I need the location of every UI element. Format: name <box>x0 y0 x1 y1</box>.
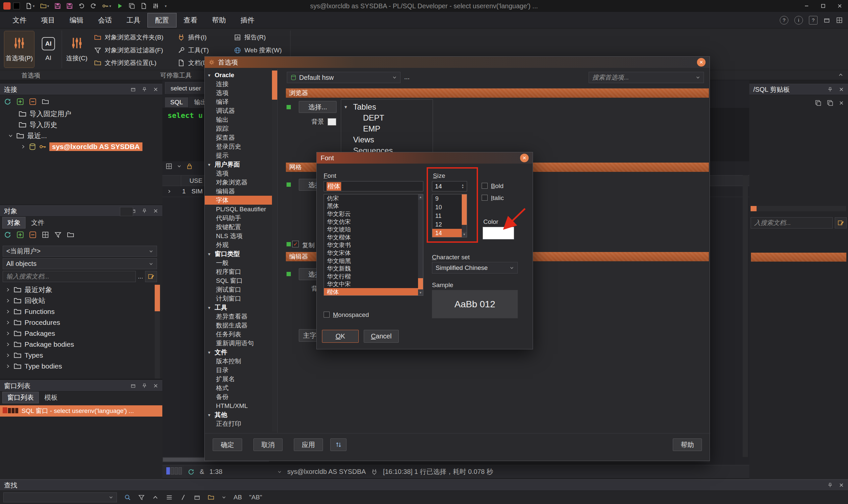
chevron-right-icon[interactable] <box>5 342 11 347</box>
copy-all-icon[interactable] <box>827 100 833 106</box>
menu-item[interactable]: 插件 <box>233 13 262 27</box>
cancel-button[interactable]: 取消 <box>253 438 283 451</box>
help-button[interactable]: 帮助 <box>673 438 702 451</box>
tree-item[interactable]: Functions <box>0 306 154 317</box>
pin-panel-icon[interactable] <box>142 383 147 389</box>
quick-filter-box[interactable] <box>120 207 133 216</box>
font-list-item[interactable]: 华文宋体 <box>324 249 423 257</box>
close-panel-icon[interactable] <box>153 208 158 214</box>
font-name-input[interactable]: 楷体 <box>324 181 423 192</box>
scrollbar-thumb[interactable] <box>155 285 160 311</box>
scroll-up-button[interactable]: ▲ <box>418 194 423 200</box>
chevron-right-icon[interactable] <box>5 364 11 369</box>
slash-icon[interactable] <box>180 494 187 501</box>
apply-button[interactable]: 应用 <box>294 438 323 451</box>
tree-item[interactable]: Procedures <box>0 317 154 328</box>
browser-font-select-button[interactable]: 选择... <box>299 101 337 113</box>
font-list-item[interactable]: 华文楷体 <box>324 233 423 241</box>
menu-item[interactable]: 会话 <box>91 13 119 27</box>
find-icon[interactable] <box>124 494 131 501</box>
ribbon-tools-button[interactable]: 工具(T) <box>176 45 211 56</box>
copy-to-clipboard-checkbox[interactable] <box>292 241 299 247</box>
add-icon[interactable] <box>17 231 24 238</box>
tree-item[interactable]: Type bodies <box>0 361 154 372</box>
list-icon[interactable] <box>166 494 173 501</box>
prefs-tree-item[interactable]: 计划窗口 <box>205 294 272 303</box>
save-all-button[interactable] <box>64 1 75 11</box>
prefs-tree-item[interactable]: 测试窗口 <box>205 285 272 294</box>
prefs-tree-item[interactable]: 选项 <box>205 169 272 178</box>
prefs-tree-item[interactable]: 格式 <box>205 383 272 392</box>
chevron-right-icon[interactable] <box>5 320 11 325</box>
close-panel-icon[interactable] <box>153 383 158 389</box>
prefs-tree-item[interactable]: 文件 <box>205 348 272 357</box>
menu-item[interactable]: 查看 <box>176 13 205 27</box>
prefs-tree-item[interactable]: 数据生成器 <box>205 321 272 330</box>
tab-files[interactable]: 文件 <box>26 217 49 228</box>
scroll-down-button[interactable]: ▼ <box>418 290 423 295</box>
pin-panel-icon[interactable] <box>828 87 833 92</box>
float-panel-icon[interactable] <box>130 87 136 92</box>
match-case-toggle[interactable]: AB <box>233 494 242 501</box>
ribbon-web-search-button[interactable]: Web 搜索(W) <box>232 45 284 56</box>
clear-icon[interactable] <box>839 100 844 106</box>
prefs-tree-item[interactable]: 窗口类型 <box>205 249 272 258</box>
maximize-button[interactable] <box>815 0 831 12</box>
tree-item[interactable]: Types <box>0 350 154 361</box>
prefs-tree-item[interactable]: 外观 <box>205 240 272 249</box>
cancel-button[interactable]: Cancel <box>364 330 399 343</box>
prefs-tree-item[interactable]: 字体 <box>205 196 272 205</box>
chevron-right-icon[interactable] <box>5 353 11 358</box>
prefs-tree-item[interactable]: 差异查看器 <box>205 312 272 321</box>
close-dialog-button[interactable]: × <box>697 58 706 67</box>
scrollbar-thumb[interactable] <box>418 278 423 289</box>
prefs-tree-item[interactable]: Oracle <box>205 71 272 79</box>
chevron-down-icon[interactable] <box>8 133 13 139</box>
tree-item[interactable]: 最近对象 <box>0 284 154 295</box>
edit-search-button[interactable] <box>835 217 847 229</box>
prefs-tree-item[interactable]: 备份 <box>205 392 272 401</box>
objects-search-input[interactable] <box>3 271 136 282</box>
prefs-tree-item[interactable]: 登录历史 <box>205 142 272 151</box>
refresh-icon[interactable] <box>4 98 11 105</box>
close-panel-icon[interactable] <box>839 87 844 92</box>
ribbon-connections-button[interactable]: 连接(C) <box>65 31 89 68</box>
menu-item[interactable]: 文件 <box>5 13 34 27</box>
ribbon-ai-button[interactable]: AI AI <box>37 31 59 68</box>
redo-button[interactable] <box>88 1 99 11</box>
profile-dropdown[interactable]: Default hsw <box>287 72 401 83</box>
background-color-swatch[interactable] <box>328 118 336 126</box>
pin-panel-icon[interactable] <box>828 483 833 488</box>
remove-icon[interactable] <box>29 231 36 238</box>
ribbon-preferences-button[interactable]: 首选项(P) <box>4 31 34 68</box>
session-button[interactable]: ▾ <box>100 1 113 11</box>
prefs-tree-item[interactable]: 跟踪 <box>205 124 272 133</box>
filter-icon[interactable] <box>138 494 145 501</box>
chevron-right-icon[interactable] <box>5 331 11 336</box>
pin-panel-icon[interactable] <box>142 87 147 92</box>
edit-search-button[interactable] <box>145 271 157 282</box>
tree-item[interactable]: 回收站 <box>0 295 154 306</box>
prefs-tree-item[interactable]: 代码助手 <box>205 214 272 222</box>
prefs-tree-item[interactable]: 探查器 <box>205 133 272 142</box>
prefs-tree-item[interactable]: 任务列表 <box>205 330 272 339</box>
copy-button[interactable] <box>126 1 138 11</box>
font-list-item[interactable]: 华文琥珀 <box>324 226 423 233</box>
browse-icon[interactable] <box>42 231 49 238</box>
prefs-tree-item[interactable]: 用户界面 <box>205 160 272 169</box>
tab-window-list[interactable]: 窗口列表 <box>3 392 38 403</box>
prefs-tree-item[interactable]: 正在打印 <box>205 419 272 428</box>
ampersand-icon[interactable]: & <box>200 468 204 475</box>
prefs-tree-item[interactable]: 提示 <box>205 151 272 160</box>
tree-item[interactable]: Package bodies <box>0 339 154 350</box>
font-dialog-titlebar[interactable]: Font × <box>317 152 533 164</box>
menu-item[interactable]: 帮助 <box>205 13 233 27</box>
help-box-icon[interactable]: ? <box>809 16 817 24</box>
object-filter-dropdown[interactable]: All objects <box>3 258 157 269</box>
prefs-tree-item[interactable]: 版本控制 <box>205 357 272 365</box>
menu-item[interactable]: 工具 <box>119 13 148 27</box>
italic-checkbox[interactable] <box>482 195 488 201</box>
info-circle-icon[interactable]: i <box>794 16 803 24</box>
prefs-tree-item[interactable]: 其他 <box>205 410 272 419</box>
open-file-button[interactable]: ▾ <box>38 1 52 11</box>
